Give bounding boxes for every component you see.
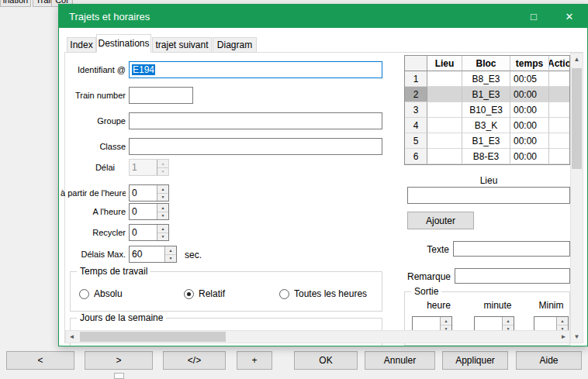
- delais-max-label: Délais Max.: [61, 246, 126, 263]
- lieu-field[interactable]: [407, 187, 570, 204]
- window-controls: □ ✕: [516, 5, 587, 28]
- train-number-label: Train number: [61, 87, 126, 104]
- maximize-icon[interactable]: □: [516, 5, 552, 28]
- texte-label: Texte: [400, 244, 449, 255]
- texte-field[interactable]: [453, 241, 570, 257]
- identifiant-label: Identifiant @: [61, 61, 126, 78]
- sortie-heure-up-icon[interactable]: ▲: [441, 317, 451, 326]
- tab-trajet-suivant[interactable]: trajet suivant: [152, 37, 212, 53]
- horizontal-scrollbar[interactable]: ◄ ►: [65, 330, 570, 343]
- header-temps: temps: [510, 56, 549, 71]
- radio-relatif[interactable]: Relatif: [184, 288, 225, 299]
- delais-max-up-icon[interactable]: ▲: [165, 246, 176, 255]
- identifiant-field[interactable]: E194: [129, 61, 382, 78]
- cancel-button[interactable]: Annuler: [365, 351, 435, 370]
- groupe-field[interactable]: [129, 112, 382, 129]
- remarque-label: Remarque: [385, 271, 451, 282]
- nav-next-button[interactable]: >: [85, 351, 153, 370]
- dialog-titlebar[interactable]: Trajets et horaires □ ✕: [59, 5, 587, 28]
- header-lieu: Lieu: [427, 56, 462, 71]
- a-lheure-up-icon[interactable]: ▲: [157, 204, 168, 212]
- ok-button[interactable]: OK: [294, 351, 358, 370]
- delais-max-down-icon[interactable]: ▼: [165, 255, 176, 263]
- screen: ination Train Cor < > </> + OK Annuler A…: [0, 0, 588, 379]
- recycler-spinner[interactable]: 0 ▲▼: [129, 224, 169, 241]
- recycler-down-icon[interactable]: ▼: [157, 233, 168, 241]
- horizontal-scrollbar-thumb[interactable]: [80, 332, 226, 342]
- destinations-table: Lieu Bloc temps Actio 1 B8_E3 00:05 2 B1…: [404, 55, 570, 165]
- vertical-scrollbar[interactable]: ▲ ▼: [570, 53, 583, 343]
- apply-button[interactable]: Appliquer: [442, 351, 508, 370]
- close-icon[interactable]: ✕: [552, 5, 587, 28]
- scroll-right-icon[interactable]: ►: [558, 331, 569, 343]
- background-fragment: [114, 373, 124, 379]
- delai-up-icon: ▲: [157, 160, 168, 168]
- remarque-field[interactable]: [455, 268, 570, 284]
- help-button[interactable]: Aide: [516, 351, 582, 370]
- dialog-trajets-et-horaires: Trajets et horaires □ ✕ Index Destinatio…: [58, 4, 588, 346]
- delais-max-spinner[interactable]: 60 ▲▼: [129, 246, 177, 263]
- sortie-minim-up-icon[interactable]: ▲: [557, 317, 568, 326]
- a-lheure-spinner[interactable]: 0 ▲▼: [129, 203, 169, 220]
- dialog-title: Trajets et horaires: [69, 11, 150, 22]
- tab-diagram[interactable]: Diagram: [213, 37, 257, 53]
- ajouter-button[interactable]: Ajouter: [407, 212, 474, 229]
- radio-absolu-label: Absolu: [94, 288, 123, 299]
- menu-item-ination[interactable]: ination: [0, 0, 31, 7]
- lieu-label: Lieu: [407, 175, 570, 186]
- identifiant-value: E194: [132, 64, 155, 75]
- delai-spinner: 1 ▲▼: [129, 159, 169, 176]
- classe-field[interactable]: [129, 138, 382, 155]
- classe-label: Classe: [61, 138, 126, 155]
- delai-value: 1: [130, 160, 157, 175]
- recycler-label: Recycler: [61, 224, 126, 241]
- radio-toutes-les-heures[interactable]: Toutes les heures: [279, 288, 367, 299]
- a-partir-label: à partir de l'heure: [61, 184, 126, 202]
- radio-toutes-icon[interactable]: [279, 289, 289, 299]
- sortie-col-heure: heure: [417, 300, 460, 311]
- delai-down-icon: ▼: [157, 168, 168, 176]
- scroll-down-icon[interactable]: ▼: [571, 331, 583, 343]
- tab-destinations[interactable]: Destinations: [96, 34, 151, 53]
- a-partir-up-icon[interactable]: ▲: [157, 185, 168, 194]
- a-partir-value: 0: [130, 185, 157, 201]
- sortie-title: Sortie: [411, 286, 441, 297]
- radio-absolu[interactable]: Absolu: [79, 288, 123, 299]
- radio-relatif-icon[interactable]: [184, 289, 194, 299]
- groupe-label: Groupe: [61, 112, 126, 129]
- scroll-left-icon[interactable]: ◄: [66, 331, 78, 343]
- jours-title: Jours de la semaine: [77, 312, 166, 323]
- recycler-up-icon[interactable]: ▲: [157, 225, 168, 233]
- train-number-field[interactable]: [129, 87, 193, 104]
- header-corner: [405, 56, 427, 71]
- tab-index[interactable]: Index: [67, 37, 96, 53]
- recycler-value: 0: [130, 225, 157, 240]
- nav-code-button[interactable]: </>: [163, 351, 226, 370]
- a-partir-spinner[interactable]: 0 ▲▼: [129, 184, 169, 202]
- delai-label: Délai: [61, 159, 115, 176]
- vertical-scrollbar-thumb[interactable]: [572, 68, 582, 169]
- radio-toutes-label: Toutes les heures: [294, 288, 367, 299]
- delais-max-value: 60: [130, 246, 164, 262]
- scroll-up-icon[interactable]: ▲: [571, 53, 583, 65]
- radio-absolu-icon[interactable]: [79, 289, 89, 299]
- header-bloc: Bloc: [462, 56, 510, 71]
- a-lheure-value: 0: [130, 204, 157, 219]
- nav-add-button[interactable]: +: [237, 351, 272, 370]
- sec-unit-label: sec.: [185, 250, 212, 260]
- a-lheure-label: A l'heure: [61, 203, 126, 220]
- temps-de-travail-group: Temps de travail Absolu Relatif Toutes l…: [70, 271, 382, 312]
- sortie-col-minute: minute: [476, 300, 519, 311]
- radio-relatif-label: Relatif: [199, 288, 225, 299]
- nav-prev-button[interactable]: <: [6, 351, 74, 370]
- a-lheure-down-icon[interactable]: ▼: [157, 212, 168, 220]
- sortie-col-minim: Minim: [534, 300, 569, 311]
- header-action: Actio: [549, 56, 569, 71]
- temps-de-travail-title: Temps de travail: [77, 266, 150, 277]
- sortie-minute-up-icon[interactable]: ▲: [503, 317, 514, 326]
- a-partir-down-icon[interactable]: ▼: [157, 194, 168, 202]
